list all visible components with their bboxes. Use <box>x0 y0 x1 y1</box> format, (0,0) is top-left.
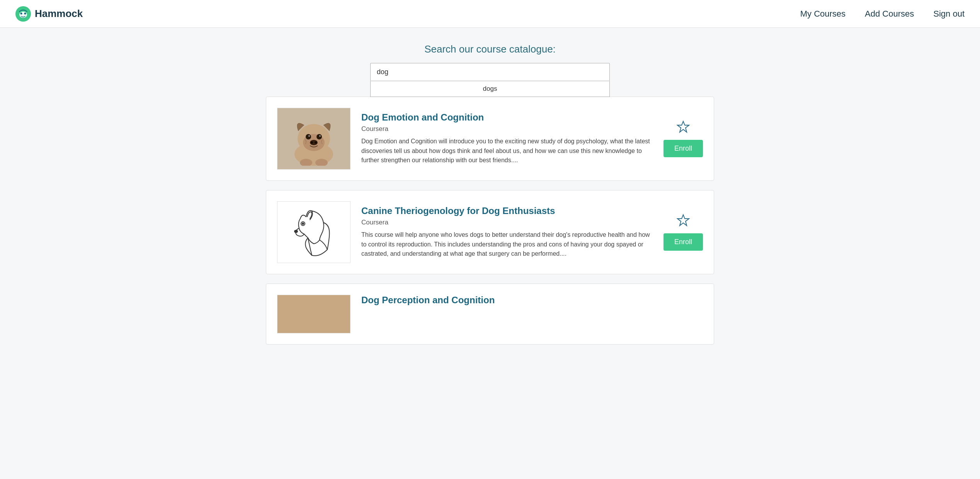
main-content: Search our course catalogue: dogs <box>258 28 722 360</box>
course-provider: Coursera <box>361 125 653 133</box>
dog-image-2 <box>283 205 345 259</box>
logo-area: Hammock <box>15 6 83 22</box>
search-section: Search our course catalogue: dogs <box>266 43 714 81</box>
star-icon <box>677 214 690 227</box>
enroll-button[interactable]: Enroll <box>664 140 703 157</box>
course-provider: Coursera <box>361 219 653 226</box>
logo-text: Hammock <box>35 8 83 20</box>
courses-list: Dog Emotion and Cognition Coursera Dog E… <box>266 97 714 345</box>
course-title: Dog Emotion and Cognition <box>361 112 653 123</box>
search-dropdown: dogs <box>370 81 610 97</box>
svg-point-8 <box>308 135 310 137</box>
svg-point-19 <box>302 223 304 224</box>
svg-point-3 <box>24 12 26 14</box>
svg-point-7 <box>306 134 311 139</box>
course-info: Dog Perception and Cognition <box>361 295 703 308</box>
course-image-dog2 <box>277 202 350 263</box>
search-dropdown-item[interactable]: dogs <box>371 81 609 97</box>
course-card: Dog Emotion and Cognition Coursera Dog E… <box>266 97 714 181</box>
favorite-button[interactable] <box>677 120 690 134</box>
course-card: Dog Perception and Cognition <box>266 284 714 345</box>
star-icon <box>677 120 690 133</box>
course-image-container <box>277 295 350 333</box>
course-image-dog3 <box>277 295 350 333</box>
svg-point-2 <box>20 12 22 14</box>
search-input[interactable] <box>370 63 610 81</box>
header: Hammock My Courses Add Courses Sign out <box>0 0 980 28</box>
add-courses-link[interactable]: Add Courses <box>865 9 914 19</box>
course-image-container <box>277 201 350 263</box>
sign-out-link[interactable]: Sign out <box>933 9 965 19</box>
course-title: Dog Perception and Cognition <box>361 295 703 306</box>
hammock-logo-icon <box>15 6 31 22</box>
course-description: This course will help anyone who loves d… <box>361 230 653 259</box>
nav-links: My Courses Add Courses Sign out <box>800 9 965 19</box>
course-info: Canine Theriogenology for Dog Enthusiast… <box>361 206 653 259</box>
course-description: Dog Emotion and Cognition will introduce… <box>361 137 653 165</box>
search-title: Search our course catalogue: <box>266 43 714 55</box>
my-courses-link[interactable]: My Courses <box>800 9 846 19</box>
course-image-dog1 <box>277 108 350 169</box>
svg-marker-16 <box>677 121 689 132</box>
course-actions: Enroll <box>664 214 703 251</box>
course-image-container <box>277 108 350 170</box>
course-actions: Enroll <box>664 120 703 157</box>
favorite-button[interactable] <box>677 214 690 228</box>
svg-point-13 <box>315 141 317 144</box>
search-container: dogs <box>370 63 610 81</box>
course-info: Dog Emotion and Cognition Coursera Dog E… <box>361 112 653 165</box>
svg-marker-20 <box>677 215 689 226</box>
svg-point-10 <box>319 135 321 137</box>
svg-point-17 <box>294 230 298 233</box>
dog-image-1 <box>283 112 345 166</box>
enroll-button[interactable]: Enroll <box>664 233 703 251</box>
course-title: Canine Theriogenology for Dog Enthusiast… <box>361 206 653 216</box>
course-card: Canine Theriogenology for Dog Enthusiast… <box>266 190 714 274</box>
svg-point-12 <box>311 141 313 144</box>
svg-point-9 <box>316 134 322 139</box>
